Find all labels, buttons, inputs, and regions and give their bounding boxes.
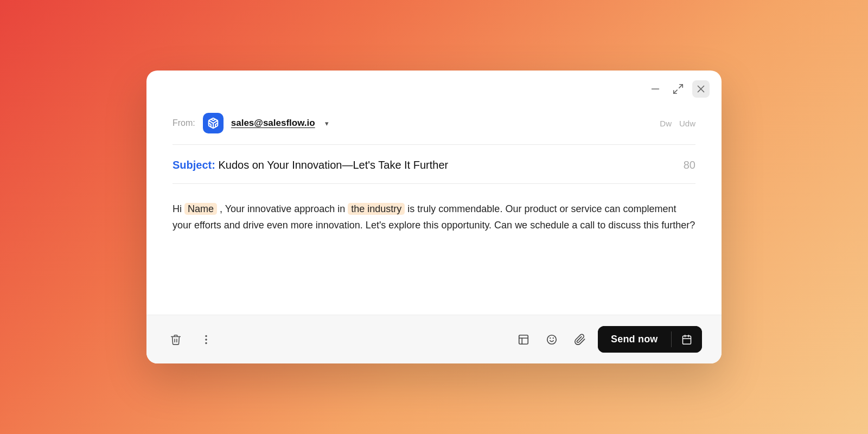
attachment-button[interactable] <box>570 329 590 350</box>
delete-button[interactable] <box>166 330 186 349</box>
subject-row: Subject: Kudos on Your Innovation—Let's … <box>173 145 695 184</box>
modal-footer: Send now <box>146 315 722 363</box>
close-button[interactable] <box>692 80 710 98</box>
send-now-button[interactable]: Send now <box>598 326 671 353</box>
dw-label: Dw <box>660 119 672 128</box>
svg-point-7 <box>206 339 207 340</box>
industry-variable[interactable]: the industry <box>348 203 405 215</box>
name-variable[interactable]: Name <box>184 203 217 215</box>
subject-label: Subject: <box>173 159 215 171</box>
from-left: From: sales@salesflow.io ▾ <box>173 113 329 133</box>
more-options-button[interactable] <box>196 330 216 349</box>
subject-text: Subject: Kudos on Your Innovation—Let's … <box>173 159 448 171</box>
body-intro: , Your innovative approach in <box>220 203 345 214</box>
maximize-button[interactable] <box>669 80 687 98</box>
udw-label: Udw <box>679 119 695 128</box>
subject-score: 80 <box>684 159 695 171</box>
email-compose-modal: From: sales@salesflow.io ▾ Dw Udw <box>146 71 722 363</box>
svg-rect-9 <box>519 335 528 344</box>
from-right: Dw Udw <box>660 119 695 128</box>
email-body: Hi Name , Your innovative approach in th… <box>173 184 695 246</box>
svg-line-2 <box>674 90 677 93</box>
from-row: From: sales@salesflow.io ▾ Dw Udw <box>173 98 695 145</box>
svg-point-6 <box>206 335 207 336</box>
sender-avatar <box>203 113 224 133</box>
footer-left-actions <box>166 330 216 349</box>
salutation: Hi <box>173 203 182 214</box>
email-dropdown-arrow[interactable]: ▾ <box>325 119 329 127</box>
subject-value: Kudos on Your Innovation—Let's Take It F… <box>218 159 448 171</box>
from-label: From: <box>173 118 195 128</box>
footer-right-actions: Send now <box>513 326 702 353</box>
emoji-button[interactable] <box>541 329 562 350</box>
svg-rect-15 <box>683 336 691 344</box>
send-button-group: Send now <box>598 326 702 353</box>
modal-body: From: sales@salesflow.io ▾ Dw Udw <box>146 98 722 315</box>
modal-header <box>146 71 722 98</box>
schedule-send-button[interactable] <box>672 326 702 353</box>
template-button[interactable] <box>513 329 534 350</box>
svg-line-1 <box>679 85 682 88</box>
svg-point-8 <box>206 342 207 343</box>
sender-email[interactable]: sales@salesflow.io <box>231 118 315 129</box>
svg-point-12 <box>547 335 557 344</box>
minimize-button[interactable] <box>647 80 664 98</box>
